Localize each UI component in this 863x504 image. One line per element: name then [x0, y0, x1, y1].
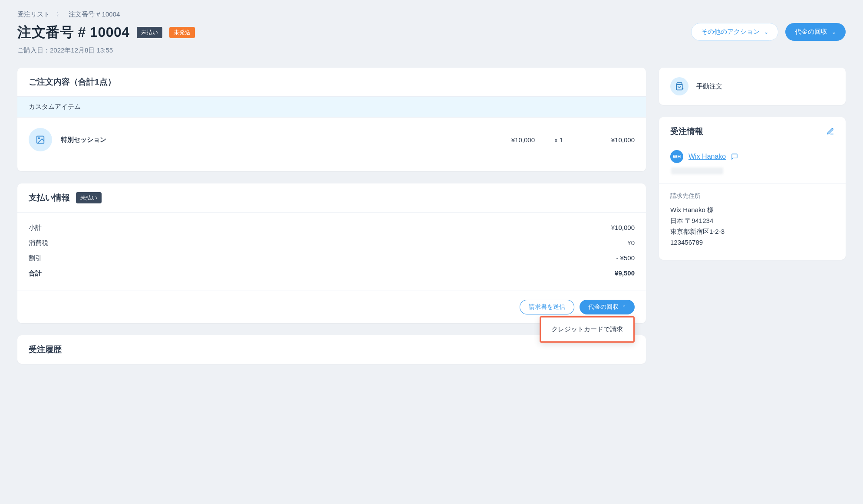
subtotal-value: ¥10,000: [611, 224, 635, 232]
chevron-right-icon: 〉: [56, 10, 63, 19]
tax-value: ¥0: [627, 239, 635, 247]
edit-icon[interactable]: [827, 128, 834, 135]
item-line-total: ¥10,000: [583, 136, 635, 144]
breadcrumb-root-link[interactable]: 受注リスト: [17, 10, 50, 19]
order-item-row: 特別セッション ¥10,000 x 1 ¥10,000: [17, 118, 646, 171]
item-qty: x 1: [543, 136, 574, 144]
collect-payment-dropdown-label: 代金の回収: [588, 303, 619, 311]
page-title: 注文番号 # 10004: [17, 23, 130, 42]
manual-order-label: 手動注文: [696, 82, 722, 91]
redacted-email: [671, 167, 723, 174]
chevron-down-icon: ⌄: [832, 29, 836, 35]
charge-credit-card-option[interactable]: クレジットカードで請求: [541, 317, 633, 341]
order-contents-title: ご注文内容（合計1点）: [17, 68, 646, 97]
billing-name: Wix Hanako 様: [670, 206, 834, 214]
send-invoice-button[interactable]: 請求書を送信: [520, 300, 574, 314]
billing-phone: 123456789: [670, 239, 834, 246]
payment-info-title: 支払い情報: [29, 192, 70, 203]
customer-avatar: WH: [670, 150, 683, 163]
shipping-status-badge: 未発送: [169, 27, 195, 38]
collect-payment-label: 代金の回収: [795, 28, 827, 36]
order-info-title: 受注情報: [670, 126, 703, 137]
bag-plus-icon: [675, 82, 684, 91]
tax-row: 消費税 ¥0: [29, 236, 635, 251]
purchase-date: ご購入日：2022年12月8日 13:55: [17, 46, 195, 55]
collect-payment-dropdown-menu: クレジットカードで請求: [540, 316, 635, 343]
billing-address-label: 請求先住所: [670, 192, 834, 200]
discount-label: 割引: [29, 254, 42, 262]
order-info-card: 受注情報 WH Wix Hanako: [659, 117, 846, 260]
subtotal-row: 小計 ¥10,000: [29, 220, 635, 236]
subtotal-label: 小計: [29, 224, 42, 232]
breadcrumb: 受注リスト 〉 注文番号 # 10004: [17, 10, 846, 19]
manual-order-card: 手動注文: [659, 68, 846, 105]
payment-status-badge-inline: 未払い: [76, 192, 102, 203]
manual-order-icon-circle: [670, 77, 688, 95]
more-actions-button[interactable]: その他のアクション ⌄: [691, 23, 778, 41]
chat-icon[interactable]: [731, 153, 738, 160]
item-name: 特別セッション: [61, 136, 474, 144]
chevron-down-icon: ⌄: [764, 29, 768, 35]
item-image-placeholder: [29, 128, 52, 151]
item-unit-price: ¥10,000: [483, 136, 535, 144]
tax-label: 消費税: [29, 239, 48, 247]
discount-row: 割引 - ¥500: [29, 251, 635, 266]
order-contents-card: ご注文内容（合計1点） カスタムアイテム 特別セッション ¥10,000 x 1…: [17, 68, 646, 171]
breadcrumb-current: 注文番号 # 10004: [69, 10, 120, 19]
billing-country: 日本 〒941234: [670, 217, 834, 225]
total-value: ¥9,500: [615, 269, 635, 278]
payment-status-badge: 未払い: [137, 27, 162, 38]
svg-point-1: [38, 137, 40, 139]
collect-payment-dropdown-button[interactable]: 代金の回収 ⌃: [580, 300, 635, 314]
image-icon: [36, 135, 45, 144]
total-row: 合計 ¥9,500: [29, 266, 635, 281]
payment-info-card: 支払い情報 未払い 小計 ¥10,000 消費税 ¥0 割引 - ¥500: [17, 183, 646, 323]
discount-value: - ¥500: [616, 254, 635, 262]
billing-street: 東京都新宿区1-2-3: [670, 228, 834, 236]
total-label: 合計: [29, 269, 42, 278]
more-actions-label: その他のアクション: [701, 28, 760, 36]
customer-name-link[interactable]: Wix Hanako: [688, 153, 726, 160]
collect-payment-button[interactable]: 代金の回収 ⌄: [785, 23, 846, 41]
custom-item-header: カスタムアイテム: [17, 97, 646, 118]
chevron-up-icon: ⌃: [622, 304, 626, 310]
